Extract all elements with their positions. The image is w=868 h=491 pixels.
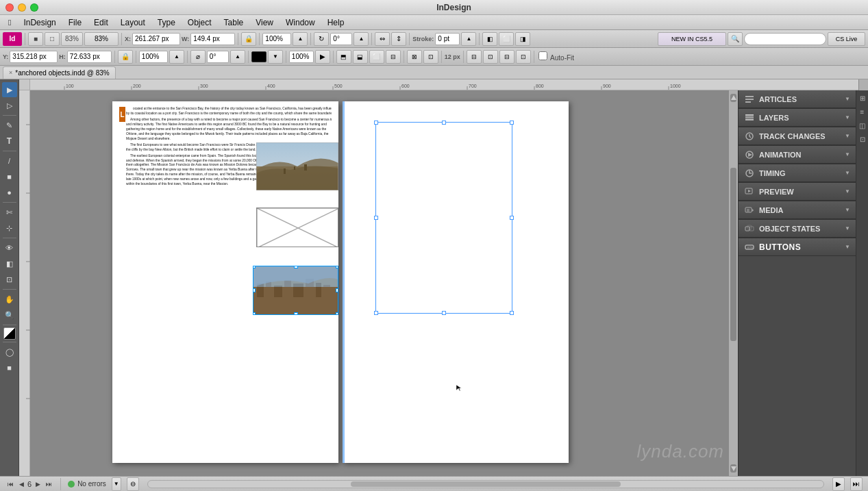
panel-animation[interactable]: ANIMATION ▼ (739, 146, 856, 164)
blue-box-handle-mr[interactable] (510, 216, 514, 220)
cs-live-btn[interactable]: CS Live (828, 32, 865, 46)
ellipse-tool[interactable]: ● (2, 185, 17, 200)
horizontal-scrollbar[interactable] (147, 480, 824, 488)
free-transform-tool[interactable]: ⊹ (2, 221, 17, 236)
handle-tr[interactable] (336, 266, 338, 268)
panel-articles[interactable]: ARTICLES ▼ (739, 90, 856, 108)
canvas-area[interactable]: L ocated at the entrance to the San Fran… (30, 90, 738, 476)
text-col-btn-3[interactable]: ⊟ (499, 50, 514, 64)
menu-apple[interactable]:  (3, 17, 16, 28)
selection-tool[interactable]: ▶ (2, 82, 17, 97)
blue-box-handle-bm[interactable] (442, 311, 446, 315)
pen-tool[interactable]: ✎ (2, 118, 17, 133)
handle-br[interactable] (336, 312, 338, 315)
y-input[interactable] (10, 51, 58, 63)
menu-window[interactable]: Window (280, 17, 321, 28)
panel-track-changes[interactable]: TRACK CHANGES ▼ (739, 127, 856, 145)
scale-arrow-up[interactable]: ▲ (293, 32, 308, 46)
nav-last-btn[interactable]: ⏭ (44, 479, 53, 489)
photo-2-selected[interactable]: ⊕ (253, 266, 338, 315)
type-tool[interactable]: T (2, 134, 17, 149)
handle-mr[interactable] (336, 288, 338, 292)
menu-help[interactable]: Help (322, 17, 350, 28)
new-in-btn[interactable]: NEW IN CS5.5 (658, 32, 726, 46)
nav-first-btn[interactable]: ⏮ (5, 479, 15, 489)
blue-box-handle-br[interactable] (510, 311, 514, 315)
scroll-right-btn[interactable]: ▶ (832, 477, 845, 491)
flip-h-btn[interactable]: ⇔ (375, 32, 390, 46)
zoom-slider-btn[interactable]: ⊖ (127, 477, 139, 491)
blue-box-handle-tr[interactable] (510, 121, 514, 125)
line-tool[interactable]: / (2, 153, 17, 168)
gradient-tool[interactable]: ◧ (2, 256, 17, 271)
direct-select-tool[interactable]: ▷ (2, 98, 17, 113)
h-input[interactable] (67, 51, 112, 63)
rotate-btn[interactable]: ↻ (314, 32, 329, 46)
right-icon-list[interactable]: ≡ (858, 107, 867, 116)
vertical-scrollbar[interactable] (728, 90, 738, 476)
status-dropdown[interactable]: ▼ (112, 477, 121, 491)
stroke-input[interactable] (435, 33, 460, 45)
zoom-tool[interactable]: 🔍 (2, 307, 17, 323)
blue-box-handle-bl[interactable] (374, 311, 378, 315)
text-flow-btn-2[interactable]: ⊡ (423, 50, 438, 64)
tool-button-1[interactable]: ■ (28, 32, 43, 46)
close-button[interactable] (5, 3, 14, 12)
menu-table[interactable]: Table (219, 17, 249, 28)
menu-edit[interactable]: Edit (88, 17, 114, 28)
zoom-dropdown[interactable]: 83% (84, 32, 119, 46)
align-btn-3[interactable]: ◨ (515, 32, 530, 46)
stroke-arrow[interactable]: ▲ (461, 32, 476, 46)
shear-arrow[interactable]: ▲ (230, 50, 245, 64)
stroke-color-btn[interactable] (251, 51, 266, 62)
panel-layers[interactable]: LAYERS ▼ (739, 109, 856, 127)
align-btn-2[interactable]: ⬜ (499, 32, 514, 46)
search-input[interactable] (744, 33, 826, 45)
menu-view[interactable]: View (250, 17, 279, 28)
right-icon-grid[interactable]: ⊞ (858, 93, 867, 103)
text-col-btn-1[interactable]: ⊟ (467, 50, 482, 64)
button-tool[interactable]: ⊡ (2, 272, 17, 287)
scrollbar-thumb-h[interactable] (351, 481, 621, 487)
stroke-color-dropdown[interactable]: ▼ (268, 50, 283, 64)
align-btn-6[interactable]: ⬜ (369, 50, 384, 64)
text-frame-btn[interactable]: ⊟ (386, 50, 401, 64)
search-btn[interactable]: 🔍 (728, 32, 743, 46)
document-tab[interactable]: × *anchored objects.indd @ 83% (3, 66, 116, 79)
handle-bl[interactable] (253, 312, 256, 315)
panel-timing[interactable]: TIMING ▼ (739, 164, 856, 182)
fill-color-btn[interactable] (3, 327, 16, 340)
w-input[interactable] (190, 33, 235, 45)
end-scroll-btn[interactable]: ⏭ (850, 477, 863, 491)
hand-tool[interactable]: ✋ (2, 292, 17, 307)
blue-box-handle-tm[interactable] (442, 121, 446, 125)
right-icon-config[interactable]: ⊡ (858, 134, 867, 144)
rect-tool[interactable]: ■ (2, 169, 17, 184)
scrollbar-down-btn[interactable] (730, 464, 736, 473)
eyedropper-tool[interactable]: 👁 (2, 240, 17, 255)
menu-object[interactable]: Object (182, 17, 217, 28)
x-input[interactable] (132, 33, 180, 45)
scrollbar-thumb-v[interactable] (730, 168, 736, 341)
normal-mode-btn[interactable]: ◯ (2, 344, 17, 360)
minimize-button[interactable] (18, 3, 26, 12)
flip-v-btn[interactable]: ⇕ (391, 32, 406, 46)
scale-y-arrow[interactable]: ▲ (169, 50, 184, 64)
tab-close-icon[interactable]: × (9, 69, 12, 76)
shear-input[interactable] (207, 51, 229, 63)
shear-btn[interactable]: ⌀ (190, 50, 206, 64)
panel-object-states[interactable]: OBJECT STATES ▼ (739, 220, 856, 238)
handle-tl[interactable] (253, 266, 256, 268)
constrain-btn-2[interactable]: 🔒 (118, 50, 133, 64)
align-btn-4[interactable]: ⬒ (336, 50, 351, 64)
move-handle[interactable]: ⊕ (291, 266, 301, 266)
panel-buttons[interactable]: BTN BUTTONS ▼ (739, 238, 856, 256)
align-btn-5[interactable]: ⬓ (353, 50, 368, 64)
autofit-checkbox[interactable] (538, 51, 547, 60)
tool-button-2[interactable]: □ (45, 32, 60, 46)
maximize-button[interactable] (30, 3, 38, 12)
handle-ml[interactable] (253, 288, 256, 292)
scale-y-input[interactable] (139, 51, 168, 63)
text-col-btn-2[interactable]: ⊡ (483, 50, 498, 64)
panel-preview[interactable]: PREVIEW ▼ (739, 183, 856, 201)
